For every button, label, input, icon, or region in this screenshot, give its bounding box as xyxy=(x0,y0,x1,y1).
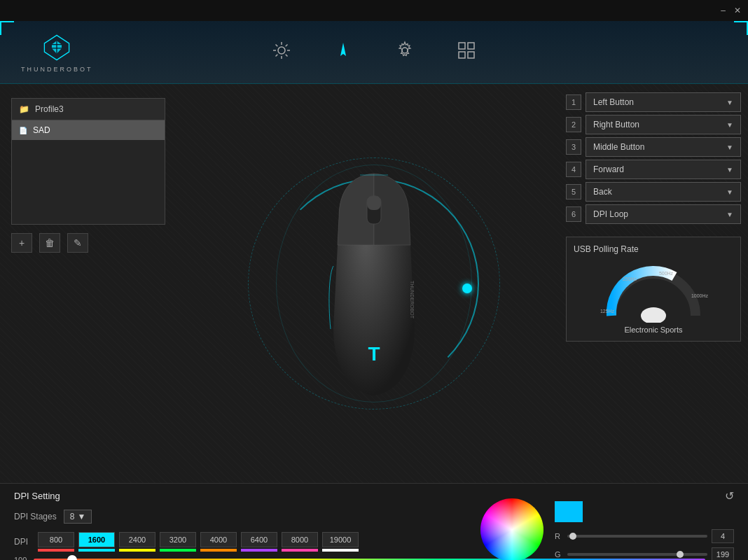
svg-point-1 xyxy=(278,47,285,54)
dpi-slider-thumb[interactable] xyxy=(67,555,77,560)
dpi-color-bar-0 xyxy=(38,549,74,552)
polling-mode-label: Electronic Sports xyxy=(624,326,682,334)
svg-rect-17 xyxy=(367,196,381,210)
btn-dropdown-6[interactable]: DPI Loop ▼ xyxy=(586,204,741,224)
btn-arrow-1: ▼ xyxy=(726,99,733,106)
polling-gauge-svg: 125Hz 250Hz 500Hz 1000Hz xyxy=(597,260,709,323)
button-row-1: 1 Left Button ▼ xyxy=(566,91,741,113)
polling-section: USB Polling Rate 12 xyxy=(566,237,741,342)
nav-grid[interactable] xyxy=(457,41,476,64)
delete-profile-button[interactable]: 🗑 xyxy=(39,233,60,253)
add-profile-button[interactable]: + xyxy=(11,233,32,253)
svg-rect-13 xyxy=(468,43,474,49)
g-channel-row: G 199 xyxy=(555,547,734,560)
color-wheel[interactable] xyxy=(480,498,543,560)
dpi-color-bar-2 xyxy=(119,549,155,552)
dpi-slider-min: 100 xyxy=(14,556,27,560)
svg-text:T: T xyxy=(368,343,380,365)
svg-line-6 xyxy=(276,44,278,46)
svg-rect-12 xyxy=(459,43,465,49)
g-value: 199 xyxy=(712,547,734,560)
svg-text:1000Hz: 1000Hz xyxy=(691,293,709,298)
btn-dropdown-1[interactable]: Left Button ▼ xyxy=(586,92,741,112)
dpi-color-bar-1 xyxy=(78,549,115,552)
g-slider-thumb[interactable] xyxy=(677,551,684,558)
dpi-value-2[interactable]: 2400 xyxy=(119,532,155,547)
btn-number-6: 6 xyxy=(566,206,581,222)
svg-text:125Hz: 125Hz xyxy=(600,309,615,314)
nav-settings[interactable] xyxy=(395,41,415,64)
rgb-sliders: R 4 G 199 B xyxy=(555,498,734,560)
btn-number-1: 1 xyxy=(566,94,581,110)
dpi-value-6[interactable]: 8000 xyxy=(282,532,318,547)
profile-empty-area xyxy=(12,140,165,224)
titlebar: – ✕ xyxy=(0,0,748,21)
btn-label-4: Forward xyxy=(593,164,624,174)
minimize-button[interactable]: – xyxy=(721,6,726,15)
color-wheel-rgb-row: R 4 G 199 B xyxy=(480,498,734,560)
btn-arrow-4: ▼ xyxy=(726,166,733,174)
nav-cursor[interactable] xyxy=(333,41,353,64)
dpi-color-bar-5 xyxy=(241,549,277,552)
dpi-label: DPI xyxy=(14,537,34,547)
svg-text:THUNDEROBOT: THUNDEROBOT xyxy=(410,281,415,319)
svg-point-20 xyxy=(641,307,666,323)
r-slider-track[interactable] xyxy=(567,535,707,538)
profile-box: 📁 Profile3 📄 SAD xyxy=(11,98,165,225)
color-preview xyxy=(555,501,583,522)
edit-profile-button[interactable]: ✎ xyxy=(67,233,88,253)
close-button[interactable]: ✕ xyxy=(734,6,741,15)
btn-dropdown-5[interactable]: Back ▼ xyxy=(586,182,741,202)
logo-area: THUNDEROBOT xyxy=(21,32,93,73)
dpi-stages-dropdown[interactable]: 8 ▼ xyxy=(64,510,92,524)
btn-arrow-3: ▼ xyxy=(726,144,733,151)
center-area: T THUNDEROBOT xyxy=(182,84,566,483)
dpi-value-0[interactable]: 800 xyxy=(38,532,74,547)
mouse-image: T THUNDEROBOT xyxy=(297,161,451,406)
btn-dropdown-3[interactable]: Middle Button ▼ xyxy=(586,137,741,157)
btn-number-3: 3 xyxy=(566,139,581,155)
svg-rect-14 xyxy=(459,52,465,58)
btn-dropdown-4[interactable]: Forward ▼ xyxy=(586,160,741,179)
g-slider-track[interactable] xyxy=(567,553,707,556)
mouse-container: T THUNDEROBOT xyxy=(262,136,486,430)
main-content: 📁 Profile3 📄 SAD + 🗑 ✎ xyxy=(0,84,748,483)
btn-number-5: 5 xyxy=(566,184,581,200)
btn-label-6: DPI Loop xyxy=(593,209,628,219)
header-nav xyxy=(272,41,476,64)
profile-header: 📁 Profile3 xyxy=(12,99,165,120)
r-label: R xyxy=(555,532,563,540)
dot-indicator xyxy=(462,284,472,293)
dpi-value-7[interactable]: 19000 xyxy=(322,532,359,547)
btn-label-2: Right Button xyxy=(593,120,639,130)
svg-marker-10 xyxy=(340,43,346,56)
svg-text:500Hz: 500Hz xyxy=(659,271,674,276)
polling-gauge: 125Hz 250Hz 500Hz 1000Hz Electronic Spor… xyxy=(574,260,733,334)
nav-brightness[interactable] xyxy=(272,41,291,64)
svg-line-9 xyxy=(276,54,278,56)
button-assignments: 1 Left Button ▼ 2 Right Button ▼ 3 Middl… xyxy=(566,91,741,225)
bottom-section: DPI Setting ↺ DPI Stages 8 ▼ DPI 8001600… xyxy=(0,483,748,560)
r-value: 4 xyxy=(712,529,734,543)
dpi-value-4[interactable]: 4000 xyxy=(200,532,237,547)
button-row-3: 3 Middle Button ▼ xyxy=(566,136,741,158)
right-panel: 1 Left Button ▼ 2 Right Button ▼ 3 Middl… xyxy=(566,84,748,483)
btn-arrow-6: ▼ xyxy=(726,211,733,218)
svg-line-7 xyxy=(286,54,288,56)
btn-number-2: 2 xyxy=(566,117,581,132)
button-row-2: 2 Right Button ▼ xyxy=(566,113,741,136)
profile-selected-item[interactable]: 📄 SAD xyxy=(12,120,165,140)
dpi-stages-value: 8 xyxy=(70,512,75,522)
btn-dropdown-2[interactable]: Right Button ▼ xyxy=(586,115,741,134)
btn-number-4: 4 xyxy=(566,162,581,177)
dpi-value-5[interactable]: 6400 xyxy=(241,532,277,547)
logo-text: THUNDEROBOT xyxy=(21,66,93,73)
r-slider-thumb[interactable] xyxy=(569,533,576,540)
dpi-color-bar-6 xyxy=(282,549,318,552)
dpi-title: DPI Setting xyxy=(14,491,60,501)
btn-label-5: Back xyxy=(593,187,612,197)
dpi-color-bar-3 xyxy=(160,549,196,552)
dpi-value-3[interactable]: 3200 xyxy=(160,532,196,547)
dpi-stages-arrow: ▼ xyxy=(77,512,85,522)
dpi-value-1[interactable]: 1600 xyxy=(78,532,115,547)
